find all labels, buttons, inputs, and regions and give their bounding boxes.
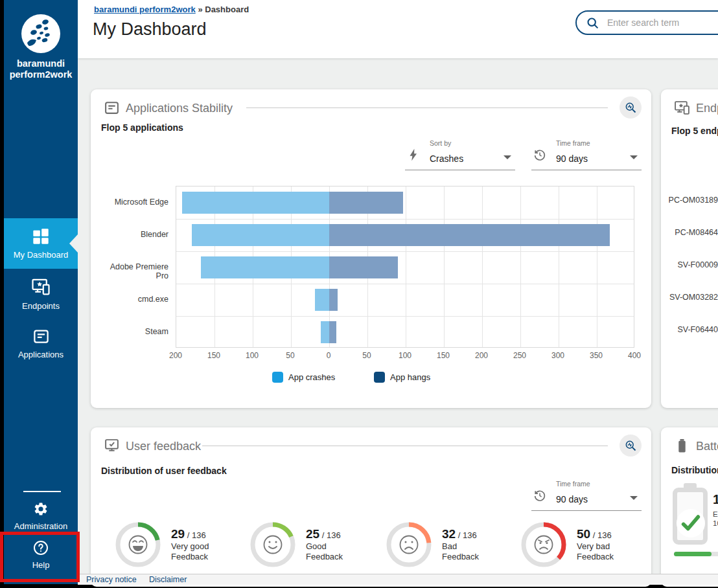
breadcrumb: baramundi perform2work » Dashboard (94, 5, 249, 14)
legend-item: App hangs (374, 372, 430, 383)
expand-card-button[interactable] (620, 96, 642, 119)
applications-stability-card: Applications Stability Flop 5 applicatio… (91, 89, 651, 408)
dropdown-value: 90 days (556, 153, 588, 164)
chart-category-label: Adobe Premiere Pro (97, 262, 168, 280)
dropdown-label: Time frame (556, 139, 590, 147)
legend-swatch (272, 372, 283, 383)
chevron-down-icon (630, 155, 638, 159)
gauge-label: Good (306, 541, 343, 552)
legend-item: App crashes (272, 372, 335, 383)
sidebar-item-label: Endpoints (22, 301, 60, 311)
sidebar-item-label: Applications (18, 350, 64, 359)
breadcrumb-link[interactable]: baramundi perform2work (94, 5, 196, 14)
gauge-label: Bad (442, 541, 479, 552)
endpoint-row: SV-F06440 (677, 325, 718, 334)
card-title: Endp (696, 102, 718, 115)
gridline (482, 187, 483, 347)
dropdown-label: Sort by (430, 139, 451, 147)
top-header: baramundi perform2work » Dashboard My Da… (78, 0, 718, 58)
chart-category-label: Microsoft Edge (97, 198, 168, 207)
endpoints-icon (31, 277, 51, 297)
page-title: My Dashboard (93, 19, 207, 40)
endpoint-row: PC-OM03189 (669, 196, 718, 205)
history-icon (533, 148, 547, 162)
chart-subtitle: Flop 5 applications (101, 122, 183, 133)
bar-app-crashes (315, 289, 329, 311)
chevron-down-icon (630, 496, 638, 500)
chart-category-label: cmd.exe (97, 295, 168, 304)
gridline (176, 316, 634, 317)
battery-progress-track (674, 552, 718, 556)
dropdown-value: 90 days (556, 494, 588, 504)
bar-app-crashes (192, 224, 329, 246)
x-axis-tick: 150 (429, 351, 457, 360)
legend-label: App hangs (390, 372, 430, 382)
applications-icon (32, 328, 50, 345)
feedback-gauge-good: 25 / 136 Good Feedback (248, 520, 343, 569)
feedback-gauge-very-good: 29 / 136 Very good Feedback (113, 520, 209, 569)
privacy-notice-link[interactable]: Privacy notice (86, 575, 137, 584)
time-frame-dropdown[interactable]: Time frame 90 days (531, 478, 642, 511)
bar-app-crashes (182, 192, 329, 214)
gauge-total: / 136 (319, 530, 341, 540)
sidebar-item-administration[interactable]: Administration (4, 497, 78, 535)
x-axis-tick: 150 (200, 351, 228, 360)
battery-note-line: 10 (713, 519, 718, 527)
active-item-notch (69, 234, 78, 253)
bar-app-hangs (329, 224, 610, 246)
battery-progress-fill (674, 552, 712, 556)
card-title: Applications Stability (126, 102, 233, 115)
title-rule (246, 107, 608, 108)
disclaimer-link[interactable]: Disclaimer (149, 575, 187, 584)
x-axis-tick: 50 (276, 351, 305, 360)
time-frame-dropdown[interactable]: Time frame 90 days (531, 137, 642, 170)
monitor-check-icon (104, 438, 120, 454)
expand-card-button[interactable] (620, 435, 642, 457)
title-rule (202, 446, 608, 446)
gauge-value: 50 (577, 527, 590, 541)
legend-label: App crashes (288, 372, 335, 382)
gauge-value: 29 (171, 527, 185, 541)
sort-by-dropdown[interactable]: Sort by Crashes (405, 137, 515, 170)
lightning-icon (406, 148, 421, 162)
bad-smiley-icon (384, 520, 434, 569)
bar-app-hangs (329, 256, 398, 278)
app-window: baramundi perform2work My DashboardEndpo… (0, 0, 718, 588)
x-axis-tick: 250 (505, 351, 534, 360)
chart-subtitle: Flop 5 endp (671, 126, 718, 136)
gridline (176, 251, 634, 252)
gridline (176, 284, 634, 284)
feedback-gauge-bad: 32 / 136 Bad Feedback (384, 520, 479, 569)
battery-count: 14 (713, 492, 718, 507)
battery-illustration (673, 483, 712, 550)
breadcrumb-separator: » (198, 5, 202, 14)
endpoints-icon (674, 100, 690, 116)
battery-card: Batte Distribution 14 En 10 (661, 427, 718, 587)
applications-icon (104, 100, 120, 116)
sidebar-divider (23, 491, 61, 492)
gauge-label: Feedback (577, 552, 614, 562)
x-axis-tick: 0 (314, 351, 343, 360)
stability-bar-chart (176, 186, 634, 348)
chart-category-label: Blender (97, 230, 168, 239)
gauge-value: 32 (442, 527, 456, 541)
gauge-total: / 136 (456, 530, 477, 540)
sidebar-item-endpoints[interactable]: Endpoints (4, 269, 78, 319)
chart-subtitle: Distribution of user feedback (101, 466, 227, 476)
dropdown-value: Crashes (430, 153, 463, 164)
x-axis-tick: 100 (391, 351, 419, 360)
bar-app-hangs (329, 289, 338, 311)
search-input[interactable] (606, 17, 718, 28)
sidebar-item-label: Administration (14, 521, 67, 531)
gear-icon (33, 501, 49, 517)
brand-name: baramundi perform2work (4, 58, 78, 80)
chart-category-label: Steam (97, 327, 168, 336)
annotation-highlight-rect (0, 532, 80, 582)
sidebar-item-my-dashboard[interactable]: My Dashboard (4, 218, 78, 269)
endpoint-row: SV-F00009 (677, 260, 718, 269)
search-box[interactable] (575, 10, 718, 35)
sidebar-item-applications[interactable]: Applications (4, 319, 78, 368)
dropdown-label: Time frame (556, 480, 590, 488)
gridline (559, 187, 559, 347)
gauge-label: Feedback (306, 552, 343, 562)
